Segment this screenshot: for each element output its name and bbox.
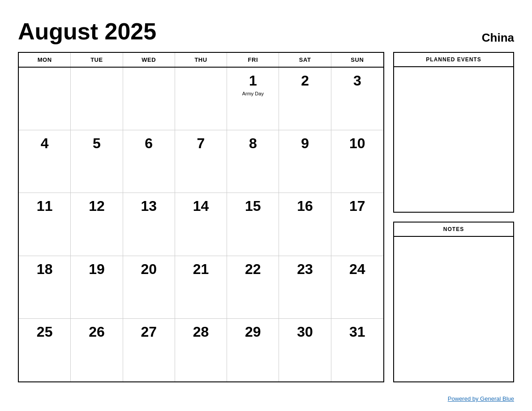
day-number: 25 bbox=[37, 323, 53, 340]
day-number: 30 bbox=[297, 323, 313, 340]
calendar-cell-14: 14 bbox=[175, 193, 227, 256]
day-number: 19 bbox=[89, 261, 105, 278]
calendar-cell-30: 30 bbox=[279, 319, 331, 381]
notes-box: NOTES bbox=[393, 222, 514, 382]
day-number: 27 bbox=[141, 323, 157, 340]
footer[interactable]: Powered by General Blue bbox=[448, 395, 514, 402]
day-number: 7 bbox=[197, 135, 205, 152]
day-header-sun: SUN bbox=[331, 53, 383, 67]
calendar-cell-16: 16 bbox=[279, 193, 331, 256]
calendar-cell bbox=[19, 68, 71, 130]
calendar-cell-28: 28 bbox=[175, 319, 227, 381]
planned-events-box: PLANNED EVENTS bbox=[393, 52, 514, 213]
day-number: 15 bbox=[245, 197, 261, 214]
day-number: 24 bbox=[349, 261, 365, 278]
day-number: 8 bbox=[249, 135, 257, 152]
calendar-cell bbox=[123, 68, 175, 130]
calendar-cell-7: 7 bbox=[175, 130, 227, 193]
calendar-cell-5: 5 bbox=[71, 130, 123, 193]
day-number: 16 bbox=[297, 197, 313, 214]
calendar-cell-31: 31 bbox=[331, 319, 383, 381]
calendar-cell-6: 6 bbox=[123, 130, 175, 193]
day-header-mon: MON bbox=[19, 53, 71, 67]
calendar-cell-4: 4 bbox=[19, 130, 71, 193]
calendar-cell-29: 29 bbox=[227, 319, 279, 381]
calendar-cell-2: 2 bbox=[279, 68, 331, 130]
calendar-cell-24: 24 bbox=[331, 256, 383, 319]
day-header-sat: SAT bbox=[279, 53, 331, 67]
calendar-grid: 1 Army Day 2 3 4 bbox=[19, 68, 383, 381]
calendar-cell-1: 1 Army Day bbox=[227, 68, 279, 130]
main-layout: MON TUE WED THU FRI SAT SUN 1 Army Day bbox=[18, 52, 514, 382]
month-title: August 2025 bbox=[18, 18, 156, 45]
day-number: 29 bbox=[245, 323, 261, 340]
calendar-cell-15: 15 bbox=[227, 193, 279, 256]
day-number: 20 bbox=[141, 261, 157, 278]
day-number: 5 bbox=[93, 135, 101, 152]
powered-by-link[interactable]: Powered by General Blue bbox=[448, 395, 514, 402]
day-number: 23 bbox=[297, 261, 313, 278]
planned-events-header: PLANNED EVENTS bbox=[394, 53, 513, 67]
day-number: 12 bbox=[89, 197, 105, 214]
day-number: 4 bbox=[41, 135, 49, 152]
day-header-tue: TUE bbox=[71, 53, 123, 67]
day-number: 28 bbox=[193, 323, 209, 340]
header: August 2025 China bbox=[18, 18, 514, 45]
calendar-section: MON TUE WED THU FRI SAT SUN 1 Army Day bbox=[18, 52, 384, 382]
planned-events-content bbox=[394, 67, 513, 212]
day-number: 2 bbox=[301, 72, 309, 89]
calendar-cell-20: 20 bbox=[123, 256, 175, 319]
calendar-cell-18: 18 bbox=[19, 256, 71, 319]
day-header-fri: FRI bbox=[227, 53, 279, 67]
day-number: 11 bbox=[37, 197, 53, 214]
day-number: 3 bbox=[353, 72, 361, 89]
calendar-cell-17: 17 bbox=[331, 193, 383, 256]
day-number: 10 bbox=[349, 135, 365, 152]
calendar-cell bbox=[175, 68, 227, 130]
calendar-cell-9: 9 bbox=[279, 130, 331, 193]
day-number: 13 bbox=[141, 197, 157, 214]
day-number: 31 bbox=[349, 323, 365, 340]
day-number: 18 bbox=[37, 261, 53, 278]
calendar-page: August 2025 China MON TUE WED THU FRI SA… bbox=[0, 0, 532, 411]
day-header-wed: WED bbox=[123, 53, 175, 67]
calendar-cell-27: 27 bbox=[123, 319, 175, 381]
day-header-thu: THU bbox=[175, 53, 227, 67]
day-number: 22 bbox=[245, 261, 261, 278]
day-number: 1 bbox=[249, 72, 257, 89]
day-headers: MON TUE WED THU FRI SAT SUN bbox=[19, 53, 383, 68]
sidebar: PLANNED EVENTS NOTES bbox=[393, 52, 514, 382]
calendar-cell-13: 13 bbox=[123, 193, 175, 256]
country-title: China bbox=[482, 31, 514, 45]
day-number: 21 bbox=[193, 261, 209, 278]
calendar-cell-21: 21 bbox=[175, 256, 227, 319]
calendar-cell-25: 25 bbox=[19, 319, 71, 381]
day-number: 26 bbox=[89, 323, 105, 340]
notes-header: NOTES bbox=[394, 223, 513, 237]
calendar-cell-23: 23 bbox=[279, 256, 331, 319]
calendar-cell-19: 19 bbox=[71, 256, 123, 319]
calendar-cell-3: 3 bbox=[331, 68, 383, 130]
calendar-cell-10: 10 bbox=[331, 130, 383, 193]
holiday-label: Army Day bbox=[242, 91, 264, 96]
calendar-cell-8: 8 bbox=[227, 130, 279, 193]
calendar-cell bbox=[71, 68, 123, 130]
day-number: 17 bbox=[349, 197, 365, 214]
calendar-cell-22: 22 bbox=[227, 256, 279, 319]
day-number: 9 bbox=[301, 135, 309, 152]
calendar-cell-11: 11 bbox=[19, 193, 71, 256]
day-number: 6 bbox=[145, 135, 153, 152]
calendar-cell-26: 26 bbox=[71, 319, 123, 381]
day-number: 14 bbox=[193, 197, 209, 214]
calendar-cell-12: 12 bbox=[71, 193, 123, 256]
notes-content bbox=[394, 237, 513, 381]
